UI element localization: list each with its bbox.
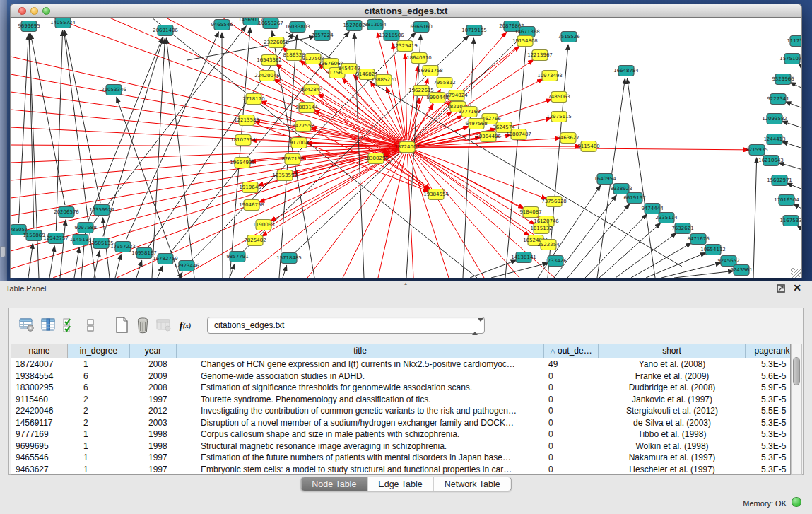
graph-node[interactable]: 1615132: [530, 223, 552, 234]
graph-node[interactable]: 18640910: [406, 53, 432, 64]
graph-node[interactable]: 15751074: [779, 54, 801, 64]
graph-node[interactable]: 6794024: [445, 90, 468, 101]
graph-edge[interactable]: [166, 38, 194, 278]
graph-node[interactable]: 7485063: [548, 92, 570, 103]
graph-edge[interactable]: [110, 18, 401, 144]
graph-edge[interactable]: [11, 148, 400, 198]
graph-edge[interactable]: [222, 33, 223, 278]
graph-node[interactable]: 9463627: [557, 133, 579, 144]
graph-edge[interactable]: [53, 18, 401, 145]
window-resize-grip[interactable]: [791, 268, 801, 278]
graph-node[interactable]: 17016504: [774, 195, 799, 206]
graph-edge[interactable]: [60, 220, 66, 278]
graph-node[interactable]: 22420046: [254, 71, 280, 81]
graph-edge[interactable]: [283, 266, 287, 279]
graph-node[interactable]: 1733426: [544, 256, 567, 267]
graph-node[interactable]: 12213967: [527, 50, 553, 61]
graph-node[interactable]: 1156869: [23, 230, 45, 241]
graph-edge[interactable]: [794, 204, 801, 209]
graph-node[interactable]: 10973493: [537, 71, 563, 81]
graph-node[interactable]: 17359924: [89, 205, 114, 216]
panel-divider-handle[interactable]: ▴: [400, 281, 411, 286]
float-panel-icon[interactable]: [777, 284, 785, 293]
delete-table-icon[interactable]: [153, 315, 175, 335]
network-table-combobox[interactable]: citations_edges.txt: [207, 317, 485, 334]
graph-edge[interactable]: [790, 83, 801, 88]
graph-edge[interactable]: [753, 158, 757, 278]
graph-node[interactable]: 12093582: [762, 114, 787, 124]
graph-node[interactable]: 7632621: [671, 223, 693, 234]
citation-graph[interactable]: 9699695140557242069140694655461456911710…: [11, 18, 801, 278]
close-panel-icon[interactable]: ✕: [793, 282, 801, 293]
graph-node[interactable]: 20206576: [54, 207, 79, 218]
graph-node[interactable]: 8267130: [281, 154, 303, 165]
graph-node[interactable]: 12325419: [392, 41, 418, 52]
graph-node[interactable]: 917004: [290, 138, 309, 148]
column-header-year[interactable]: year: [130, 344, 177, 358]
tab-network-table[interactable]: Network Table: [434, 477, 511, 491]
zoom-window-icon[interactable]: [42, 7, 50, 15]
graph-node[interactable]: 9329966: [772, 74, 794, 85]
tab-node-table[interactable]: Node Table: [301, 477, 367, 491]
graph-edge[interactable]: [11, 127, 400, 147]
graph-edge[interactable]: [29, 34, 39, 278]
graph-node[interactable]: 1244413: [763, 134, 785, 145]
graph-node[interactable]: 21053346: [101, 85, 126, 95]
graph-node[interactable]: 10719155: [461, 25, 487, 36]
scrollbar-thumb[interactable]: [793, 357, 800, 385]
graph-edge[interactable]: [115, 255, 121, 278]
graph-edge[interactable]: [405, 54, 407, 140]
graph-node[interactable]: 1527602: [343, 21, 365, 31]
table-row[interactable]: 977716911998Corpus callosum shape and si…: [11, 428, 790, 440]
graph-node[interactable]: 12923446: [174, 261, 199, 271]
graph-edge[interactable]: [470, 260, 517, 278]
graph-edge[interactable]: [254, 122, 400, 146]
minimize-window-icon[interactable]: [30, 7, 38, 15]
table-row[interactable]: 1938455462009Genome-wide association stu…: [11, 370, 790, 382]
close-window-icon[interactable]: [18, 7, 26, 15]
graph-node[interactable]: 13218506: [379, 30, 404, 41]
table-row[interactable]: 1872400712008Changes of HCN gene express…: [11, 358, 790, 370]
graph-edge[interactable]: [28, 243, 33, 278]
graph-node[interactable]: 1640954: [594, 174, 616, 185]
graph-edge[interactable]: [782, 121, 802, 128]
column-header-in_degree[interactable]: in_degree: [68, 344, 130, 358]
graph-node[interactable]: 6966160: [410, 22, 432, 33]
graph-node[interactable]: 6497568: [465, 119, 487, 129]
graph-edge[interactable]: [785, 102, 801, 108]
graph-node[interactable]: 73756928: [541, 197, 567, 207]
collapsed-panel-handle[interactable]: [0, 246, 6, 257]
table-row[interactable]: 1456911722003Disruption of a novel membe…: [11, 417, 790, 429]
graph-edge[interactable]: [11, 74, 400, 146]
new-table-icon[interactable]: [111, 315, 132, 335]
graph-node[interactable]: 7515526: [558, 32, 580, 42]
graph-node[interactable]: 9699695: [18, 21, 40, 32]
column-header-title[interactable]: title: [177, 344, 544, 358]
graph-edge[interactable]: [782, 141, 802, 148]
graph-node[interactable]: 1167533: [779, 216, 801, 226]
graph-node[interactable]: 9097588: [74, 223, 96, 233]
graph-edge[interactable]: [343, 78, 403, 142]
table-row[interactable]: 946362711997Embryonic stem cells: a mode…: [11, 464, 790, 476]
table-row[interactable]: 946554611997Estimation of the future num…: [11, 452, 790, 464]
graph-node[interactable]: 19654935: [230, 158, 255, 168]
graph-node[interactable]: 8471676: [687, 234, 710, 245]
table-settings-icon[interactable]: [16, 315, 37, 335]
graph-node[interactable]: 1919645: [239, 182, 261, 193]
graph-node[interactable]: 16033803: [285, 22, 310, 33]
table-vertical-scrollbar[interactable]: [791, 344, 802, 475]
graph-edge[interactable]: [244, 151, 401, 278]
graph-edge[interactable]: [787, 183, 801, 189]
graph-edge[interactable]: [779, 163, 801, 170]
graph-node[interactable]: 9227341: [767, 94, 789, 105]
network-window[interactable]: citations_edges.txt 96996951405572420691…: [10, 4, 802, 278]
graph-edge[interactable]: [378, 154, 406, 278]
graph-edge[interactable]: [413, 151, 540, 218]
graph-edge[interactable]: [136, 261, 142, 279]
select-all-icon[interactable]: [59, 315, 80, 335]
function-builder-icon[interactable]: f(x): [175, 315, 196, 335]
graph-node[interactable]: 9465546: [211, 20, 233, 30]
graph-edge[interactable]: [11, 148, 400, 216]
memory-ok-indicator[interactable]: [792, 497, 801, 507]
graph-node[interactable]: 9242844: [300, 85, 323, 95]
